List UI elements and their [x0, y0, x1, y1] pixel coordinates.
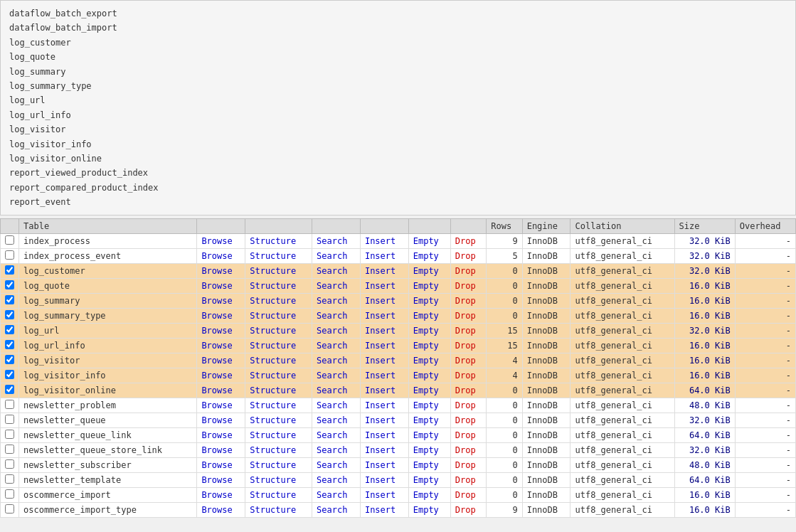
action-insert[interactable]: Insert: [360, 339, 408, 353]
action-insert[interactable]: Insert: [360, 279, 408, 294]
search-link[interactable]: Search: [317, 460, 347, 470]
action-search[interactable]: Search: [312, 398, 361, 413]
structure-link[interactable]: Structure: [250, 505, 296, 515]
insert-link[interactable]: Insert: [365, 460, 396, 470]
structure-link[interactable]: Structure: [250, 296, 296, 306]
search-link[interactable]: Search: [317, 385, 347, 395]
search-link[interactable]: Search: [317, 356, 347, 366]
drop-link[interactable]: Drop: [455, 371, 476, 381]
action-insert[interactable]: Insert: [360, 413, 408, 428]
empty-link[interactable]: Empty: [413, 475, 439, 485]
action-drop[interactable]: Drop: [450, 398, 486, 413]
drop-link[interactable]: Drop: [455, 251, 476, 261]
drop-link[interactable]: Drop: [455, 326, 476, 336]
structure-link[interactable]: Structure: [250, 385, 296, 395]
drop-link[interactable]: Drop: [455, 385, 476, 395]
action-search[interactable]: Search: [312, 249, 361, 264]
action-empty[interactable]: Empty: [408, 324, 450, 339]
search-link[interactable]: Search: [317, 311, 347, 321]
action-insert[interactable]: Insert: [360, 458, 408, 473]
empty-link[interactable]: Empty: [413, 400, 439, 410]
action-browse[interactable]: Browse: [197, 413, 245, 428]
row-checkbox[interactable]: [5, 355, 14, 364]
action-drop[interactable]: Drop: [450, 309, 486, 324]
insert-link[interactable]: Insert: [365, 400, 396, 410]
insert-link[interactable]: Insert: [365, 371, 396, 381]
empty-link[interactable]: Empty: [413, 415, 439, 425]
action-insert[interactable]: Insert: [360, 443, 408, 458]
drop-link[interactable]: Drop: [455, 415, 476, 425]
action-insert[interactable]: Insert: [360, 398, 408, 413]
action-empty[interactable]: Empty: [408, 353, 450, 368]
empty-link[interactable]: Empty: [413, 341, 439, 351]
action-search[interactable]: Search: [312, 309, 361, 324]
action-empty[interactable]: Empty: [408, 383, 450, 398]
action-empty[interactable]: Empty: [408, 413, 450, 428]
empty-link[interactable]: Empty: [413, 385, 439, 395]
action-empty[interactable]: Empty: [408, 473, 450, 488]
action-browse[interactable]: Browse: [197, 294, 245, 309]
browse-link[interactable]: Browse: [201, 296, 232, 306]
action-structure[interactable]: Structure: [245, 458, 312, 473]
structure-link[interactable]: Structure: [250, 326, 296, 336]
insert-link[interactable]: Insert: [365, 415, 396, 425]
action-empty[interactable]: Empty: [408, 458, 450, 473]
browse-link[interactable]: Browse: [201, 490, 232, 500]
action-structure[interactable]: Structure: [245, 443, 312, 458]
action-drop[interactable]: Drop: [450, 368, 486, 383]
empty-link[interactable]: Empty: [413, 326, 439, 336]
action-structure[interactable]: Structure: [245, 264, 312, 279]
action-search[interactable]: Search: [312, 383, 361, 398]
action-empty[interactable]: Empty: [408, 368, 450, 383]
empty-link[interactable]: Empty: [413, 490, 439, 500]
search-link[interactable]: Search: [317, 266, 347, 276]
row-checkbox[interactable]: [5, 235, 14, 245]
structure-link[interactable]: Structure: [250, 490, 296, 500]
action-browse[interactable]: Browse: [197, 249, 245, 264]
drop-link[interactable]: Drop: [455, 296, 476, 306]
browse-link[interactable]: Browse: [201, 445, 232, 455]
action-browse[interactable]: Browse: [197, 353, 245, 368]
drop-link[interactable]: Drop: [455, 490, 476, 500]
action-drop[interactable]: Drop: [450, 503, 486, 518]
action-insert[interactable]: Insert: [360, 503, 408, 518]
action-insert[interactable]: Insert: [360, 249, 408, 264]
browse-link[interactable]: Browse: [201, 281, 232, 291]
row-checkbox[interactable]: [5, 325, 14, 334]
structure-link[interactable]: Structure: [250, 400, 296, 410]
action-drop[interactable]: Drop: [450, 473, 486, 488]
row-checkbox[interactable]: [5, 295, 14, 304]
structure-link[interactable]: Structure: [250, 236, 296, 246]
action-empty[interactable]: Empty: [408, 503, 450, 518]
action-browse[interactable]: Browse: [197, 473, 245, 488]
drop-link[interactable]: Drop: [455, 505, 476, 515]
action-drop[interactable]: Drop: [450, 294, 486, 309]
action-drop[interactable]: Drop: [450, 353, 486, 368]
browse-link[interactable]: Browse: [201, 311, 232, 321]
action-insert[interactable]: Insert: [360, 473, 408, 488]
action-insert[interactable]: Insert: [360, 264, 408, 279]
action-drop[interactable]: Drop: [450, 443, 486, 458]
empty-link[interactable]: Empty: [413, 296, 439, 306]
drop-link[interactable]: Drop: [455, 236, 476, 246]
row-checkbox[interactable]: [5, 340, 14, 349]
search-link[interactable]: Search: [317, 326, 347, 336]
action-structure[interactable]: Structure: [245, 249, 312, 264]
action-structure[interactable]: Structure: [245, 279, 312, 294]
browse-link[interactable]: Browse: [201, 385, 232, 395]
row-checkbox[interactable]: [5, 265, 14, 275]
drop-link[interactable]: Drop: [455, 266, 476, 276]
action-empty[interactable]: Empty: [408, 398, 450, 413]
search-link[interactable]: Search: [317, 371, 347, 381]
row-checkbox[interactable]: [5, 445, 14, 454]
drop-link[interactable]: Drop: [455, 460, 476, 470]
drop-link[interactable]: Drop: [455, 445, 476, 455]
structure-link[interactable]: Structure: [250, 341, 296, 351]
search-link[interactable]: Search: [317, 475, 347, 485]
search-link[interactable]: Search: [317, 341, 347, 351]
structure-link[interactable]: Structure: [250, 266, 296, 276]
browse-link[interactable]: Browse: [201, 460, 232, 470]
drop-link[interactable]: Drop: [455, 356, 476, 366]
action-search[interactable]: Search: [312, 294, 361, 309]
action-insert[interactable]: Insert: [360, 294, 408, 309]
